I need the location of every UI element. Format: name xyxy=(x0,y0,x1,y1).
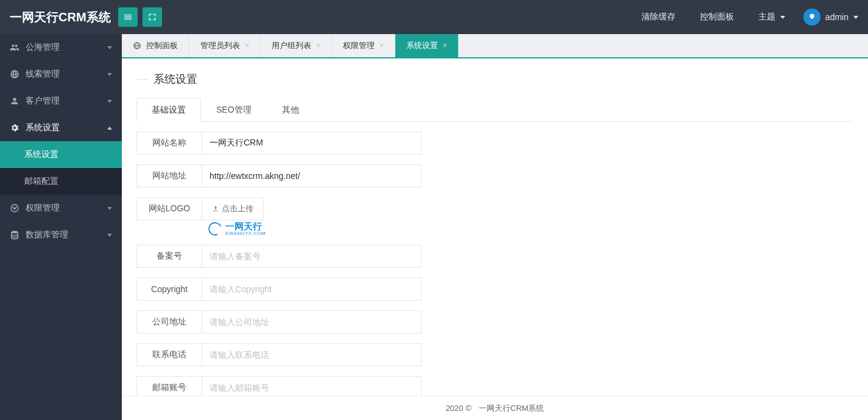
close-icon[interactable]: × xyxy=(443,41,447,50)
tab-label: 系统设置 xyxy=(406,40,438,51)
theme-label: 主题 xyxy=(758,12,775,23)
tab-permission[interactable]: 权限管理 × xyxy=(332,34,395,57)
chevron-down-icon xyxy=(107,46,112,49)
header: 一网天行CRM系统 清除缓存 控制面板 主题 admin xyxy=(0,0,868,34)
sidebar-item-xitong[interactable]: 系统设置 xyxy=(0,114,122,141)
avatar-icon xyxy=(806,12,817,23)
brand-title: 一网天行CRM系统 xyxy=(10,9,111,26)
sidebar-sub-system-settings[interactable]: 系统设置 xyxy=(0,141,122,168)
menu-icon xyxy=(123,12,133,22)
close-icon[interactable]: × xyxy=(379,41,384,50)
upload-button[interactable]: 点击上传 xyxy=(202,197,264,220)
row-record: 备案号 xyxy=(136,245,853,268)
shield-icon xyxy=(10,203,19,213)
globe-icon xyxy=(10,69,19,79)
label-address: 公司地址 xyxy=(136,310,202,334)
tab-label: 管理员列表 xyxy=(200,40,240,51)
tab-label: 用户组列表 xyxy=(272,40,311,51)
footer-year: 2020 © xyxy=(446,404,471,413)
upload-icon xyxy=(212,205,219,212)
tab-system-settings[interactable]: 系统设置 × xyxy=(395,34,459,57)
subtab-other[interactable]: 其他 xyxy=(267,98,314,122)
sidebar-item-label: 客户管理 xyxy=(26,96,60,107)
chevron-down-icon xyxy=(107,100,112,103)
label-record: 备案号 xyxy=(136,245,202,268)
sidebar-item-quanxian[interactable]: 权限管理 xyxy=(0,195,122,222)
logo-preview: 一网天行 EWANGTX.COM xyxy=(208,222,853,236)
sidebar-item-gonghai[interactable]: 公海管理 xyxy=(0,34,122,61)
sidebar-item-database[interactable]: 数据库管理 xyxy=(0,222,122,248)
content: 系统设置 基础设置 SEO管理 其他 网站名称 网站地址 网站LOGO 点击上传… xyxy=(122,58,868,396)
fullscreen-button[interactable] xyxy=(143,7,162,27)
tab-label: 权限管理 xyxy=(343,40,375,51)
chevron-down-icon xyxy=(107,234,112,237)
logo-subtext: EWANGTX.COM xyxy=(225,231,266,236)
subtab-basic[interactable]: 基础设置 xyxy=(136,98,201,122)
sidebar-item-label: 邮箱配置 xyxy=(24,176,58,187)
globe-icon xyxy=(133,41,141,50)
label-site-name: 网站名称 xyxy=(136,131,202,155)
tab-bar: 控制面板 管理员列表 × 用户组列表 × 权限管理 × 系统设置 × xyxy=(122,34,868,58)
svg-point-1 xyxy=(12,231,18,233)
fullscreen-icon xyxy=(147,12,157,22)
footer: 2020 © 一网天行CRM系统 xyxy=(122,396,868,420)
sidebar-item-label: 系统设置 xyxy=(26,122,60,133)
sidebar-item-label: 系统设置 xyxy=(24,149,58,160)
users-icon xyxy=(10,43,19,52)
tab-control-panel[interactable]: 控制面板 xyxy=(122,34,189,57)
chevron-down-icon xyxy=(107,73,112,76)
database-icon xyxy=(10,230,19,240)
row-address: 公司地址 xyxy=(136,310,853,334)
input-copyright[interactable] xyxy=(202,278,422,301)
row-copyright: Copyright xyxy=(136,278,853,301)
label-email: 邮箱账号 xyxy=(136,376,202,396)
tab-admin-list[interactable]: 管理员列表 × xyxy=(189,34,261,57)
upload-label: 点击上传 xyxy=(222,203,253,214)
input-address[interactable] xyxy=(202,310,422,334)
label-site-logo: 网站LOGO xyxy=(136,197,202,220)
input-phone[interactable] xyxy=(202,343,422,366)
close-icon[interactable]: × xyxy=(245,41,249,50)
chevron-down-icon xyxy=(853,16,858,19)
gear-icon xyxy=(10,123,19,133)
subtab-seo[interactable]: SEO管理 xyxy=(201,98,267,122)
logo-text: 一网天行 xyxy=(225,222,266,231)
sidebar-item-label: 公海管理 xyxy=(26,42,60,53)
tab-label: 控制面板 xyxy=(146,40,178,51)
chevron-up-icon xyxy=(107,127,112,130)
logo-mark-icon xyxy=(206,220,224,237)
avatar xyxy=(803,9,820,26)
sidebar-item-kehu[interactable]: 客户管理 xyxy=(0,88,122,114)
tab-usergroup-list[interactable]: 用户组列表 × xyxy=(261,34,332,57)
subtab-bar: 基础设置 SEO管理 其他 xyxy=(136,97,853,122)
sidebar-item-xiansuo[interactable]: 线索管理 xyxy=(0,61,122,88)
footer-text: 一网天行CRM系统 xyxy=(479,403,545,414)
user-dropdown[interactable]: admin xyxy=(825,12,858,22)
theme-dropdown[interactable]: 主题 xyxy=(758,12,785,23)
row-email: 邮箱账号 xyxy=(136,376,853,396)
chevron-down-icon xyxy=(107,207,112,210)
row-phone: 联系电话 xyxy=(136,343,853,366)
row-site-logo: 网站LOGO 点击上传 xyxy=(136,197,853,220)
chevron-down-icon xyxy=(780,16,785,19)
clear-cache-link[interactable]: 清除缓存 xyxy=(641,12,676,23)
sidebar: 公海管理 线索管理 客户管理 系统设置 系统设置 邮箱配置 权限管理 数据库管理 xyxy=(0,34,122,420)
user-name: admin xyxy=(825,12,849,22)
page-title: 系统设置 xyxy=(136,72,853,86)
control-panel-link[interactable]: 控制面板 xyxy=(700,12,734,23)
input-record[interactable] xyxy=(202,245,422,268)
main: 控制面板 管理员列表 × 用户组列表 × 权限管理 × 系统设置 × 系统设置 … xyxy=(122,34,868,420)
close-icon[interactable]: × xyxy=(316,41,320,50)
sidebar-sub-email-config[interactable]: 邮箱配置 xyxy=(0,168,122,195)
menu-toggle-button[interactable] xyxy=(118,7,138,27)
label-phone: 联系电话 xyxy=(136,343,202,366)
label-copyright: Copyright xyxy=(136,278,202,301)
label-site-url: 网站地址 xyxy=(136,164,202,187)
input-site-url[interactable] xyxy=(202,164,422,187)
user-icon xyxy=(10,96,19,106)
input-site-name[interactable] xyxy=(202,131,422,155)
sidebar-item-label: 线索管理 xyxy=(26,69,60,80)
row-site-name: 网站名称 xyxy=(136,131,853,155)
input-email[interactable] xyxy=(202,376,422,396)
row-site-url: 网站地址 xyxy=(136,164,853,187)
